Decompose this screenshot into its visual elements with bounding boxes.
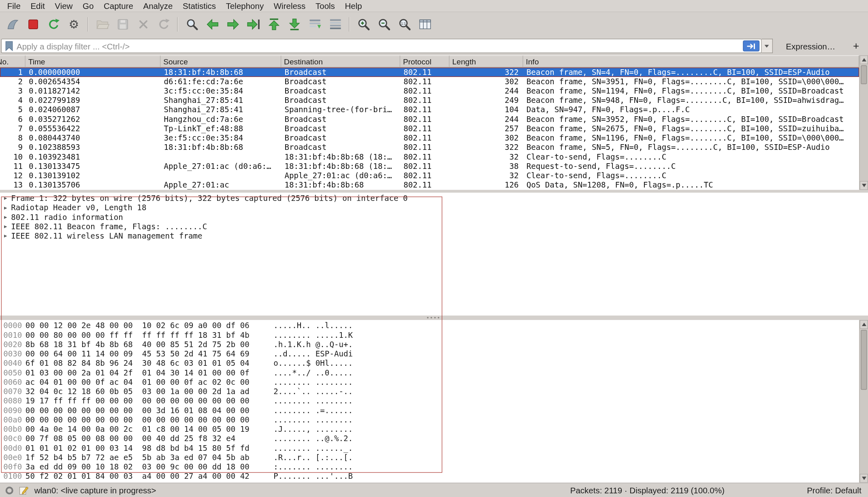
scroll-down-button[interactable] [859,474,868,483]
resize-columns-button[interactable] [415,15,435,34]
go-forward-button[interactable] [222,15,243,34]
display-filter-input[interactable] [17,41,739,51]
hex-row-0080[interactable]: 008019 17 ff ff ff 00 00 00 00 00 00 00 … [0,397,868,406]
column-header-length[interactable]: Length [450,55,523,68]
hex-row-00e0[interactable]: 00e01f 52 b4 b5 b7 72 ae e5 5b ab 3a ed … [0,453,868,462]
menu-item-file[interactable]: File [2,0,26,12]
column-header-no[interactable]: No. [0,55,26,68]
packet-row-6[interactable]: 60.035271262Hangzhou_cd:7a:6eBroadcast80… [0,115,859,124]
hex-row-0030[interactable]: 003000 00 64 00 11 14 00 09 45 53 50 2d … [0,349,868,358]
menu-item-capture[interactable]: Capture [99,0,139,12]
packet-detail-line-5[interactable]: ▶IEEE 802.11 wireless LAN management fra… [0,231,868,241]
restart-capture-button[interactable] [43,15,64,34]
pane-divider-top[interactable] [0,190,868,193]
packet-row-7[interactable]: 70.055536422Tp-LinkT_ef:48:88Broadcast80… [0,124,859,133]
zoom-out-button[interactable] [374,15,395,34]
packet-row-4[interactable]: 40.022799189Shanghai_27:85:41Broadcast80… [0,96,859,105]
packet-row-3[interactable]: 30.0118271423c:f5:cc:0e:35:84Broadcast80… [0,86,859,96]
pane-divider-bottom[interactable]: •••• [0,316,868,320]
hex-row-0010[interactable]: 001000 00 80 00 00 00 ff ff ff ff ff ff … [0,331,868,340]
packet-detail-line-2[interactable]: ▶Radiotap Header v0, Length 18 [0,203,868,213]
menu-item-tools[interactable]: Tools [311,0,340,12]
hex-row-0020[interactable]: 00208b 68 18 31 bf 4b 8b 68 40 00 85 51 … [0,340,868,349]
filter-dropdown-button[interactable] [761,39,772,53]
display-filter-field[interactable] [1,39,761,53]
expander-icon[interactable]: ▶ [0,222,11,231]
hex-row-0050[interactable]: 005001 03 00 00 2a 01 04 2f 01 04 30 14 … [0,368,868,378]
packet-row-1[interactable]: 10.00000000018:31:bf:4b:8b:68Broadcast80… [0,68,859,77]
expert-info-icon[interactable] [6,486,13,494]
auto-scroll-button[interactable] [305,15,325,34]
hex-row-00b0[interactable]: 00b000 4a 0e 14 00 0a 00 2c 01 c8 00 14 … [0,424,868,434]
column-header-destination[interactable]: Destination [281,55,400,68]
packet-row-2[interactable]: 20.002654354d6:61:fe:cd:7a:6eBroadcast80… [0,77,859,86]
hex-row-0000[interactable]: 000000 00 12 00 2e 48 00 00 10 02 6c 09 … [0,321,868,331]
packet-details-pane: ▶Frame 1: 322 bytes on wire (2576 bits),… [0,193,868,316]
menu-item-statistics[interactable]: Statistics [178,0,221,12]
profile-label[interactable]: Profile: Default [807,486,861,495]
column-header-time[interactable]: Time [26,55,160,68]
filter-bookmark-icon[interactable] [5,41,13,51]
hex-row-00d0[interactable]: 00d001 01 01 02 01 00 03 14 98 d8 bd b4 … [0,444,868,453]
colorize-button[interactable] [325,15,345,34]
menu-item-edit[interactable]: Edit [26,0,50,12]
menu-item-help[interactable]: Help [340,0,367,12]
menu-item-analyze[interactable]: Analyze [138,0,178,12]
column-header-source[interactable]: Source [160,55,281,68]
hex-row-0070[interactable]: 007032 04 0c 12 18 60 0b 05 03 00 1a 00 … [0,387,868,396]
cell-time: 0.130139102 [26,171,160,180]
hex-row-00a0[interactable]: 00a000 00 00 00 00 00 00 00 00 00 00 00 … [0,415,868,424]
packet-detail-line-1[interactable]: ▶Frame 1: 322 bytes on wire (2576 bits),… [0,194,868,203]
packet-row-8[interactable]: 80.0804437403e:f5:cc:0e:35:84Broadcast80… [0,133,859,143]
hex-row-0060[interactable]: 0060ac 04 01 00 00 0f ac 04 01 00 00 0f … [0,378,868,387]
start-capture-button[interactable] [2,15,23,34]
add-filter-button[interactable]: + [849,40,864,52]
packet-row-9[interactable]: 90.10238859318:31:bf:4b:8b:68Broadcast80… [0,143,859,152]
packet-row-13[interactable]: 130.130135706Apple_27:01:ac18:31:bf:4b:8… [0,181,859,190]
capture-options-button[interactable]: ⚙ [64,15,84,34]
packet-detail-line-3[interactable]: ▶802.11 radio information [0,213,868,222]
expander-icon[interactable]: ▶ [0,213,11,222]
packet-row-5[interactable]: 50.024060087Shanghai_27:85:41Spanning-tr… [0,105,859,115]
hex-row-0100[interactable]: 010050 f2 02 01 01 84 00 03 a4 00 00 27 … [0,471,868,481]
go-last-button[interactable] [284,15,305,34]
scrollbar-thumb[interactable] [861,330,867,390]
column-header-info[interactable]: Info [523,55,859,68]
expander-icon[interactable]: ▶ [0,194,11,203]
scroll-down-button[interactable] [859,181,868,190]
menu-item-wireless[interactable]: Wireless [269,0,310,12]
go-to-packet-button[interactable] [243,15,264,34]
menu-item-telephony[interactable]: Telephony [221,0,269,12]
cell-source: Hangzhou_cd:7a:6e [160,115,281,124]
apply-filter-button[interactable] [743,41,759,51]
packet-list-scrollbar[interactable] [859,55,868,190]
hex-scrollbar[interactable] [859,320,868,483]
menu-item-view[interactable]: View [50,0,78,12]
go-first-button[interactable] [264,15,284,34]
find-packet-button[interactable] [181,15,202,34]
expression-button[interactable]: Expression… [781,41,841,51]
packet-row-11[interactable]: 110.130133475Apple_27:01:ac (d0:a6:…18:3… [0,162,859,171]
hex-row-0090[interactable]: 009000 00 00 00 00 00 00 00 00 3d 16 01 … [0,406,868,415]
capture-comment-icon[interactable] [19,485,29,495]
go-back-button[interactable] [202,15,223,34]
scroll-up-button[interactable] [859,320,868,329]
packet-detail-line-4[interactable]: ▶IEEE 802.11 Beacon frame, Flags: ......… [0,222,868,231]
zoom-in-button[interactable] [353,15,374,34]
packet-row-10[interactable]: 100.10392348118:31:bf:4b:8b:68 (18:…802.… [0,152,859,162]
column-header-protocol[interactable]: Protocol [400,55,450,68]
hex-row-00f0[interactable]: 00f03a ed dd 09 00 10 18 02 03 00 9c 00 … [0,462,868,471]
expander-icon[interactable]: ▶ [0,231,11,241]
expander-icon[interactable]: ▶ [0,203,11,213]
packet-row-12[interactable]: 120.130139102Apple_27:01:ac (d0:a6:…802.… [0,171,859,180]
scrollbar-thumb[interactable] [861,65,867,84]
menu-item-go[interactable]: Go [78,0,99,12]
cell-length: 38 [450,162,523,171]
hex-row-00c0[interactable]: 00c000 7f 08 05 00 08 00 00 00 40 dd 25 … [0,434,868,443]
stop-capture-button[interactable] [23,15,43,34]
zoom-reset-button[interactable]: 1:1 [394,15,415,34]
cell-info: Beacon frame, SN=4, FN=0, Flags=........… [523,68,859,77]
cell-destination: Broadcast [281,143,400,152]
hex-row-0040[interactable]: 00406f 01 08 82 84 8b 96 24 30 48 6c 03 … [0,359,868,368]
scroll-up-button[interactable] [859,55,868,64]
